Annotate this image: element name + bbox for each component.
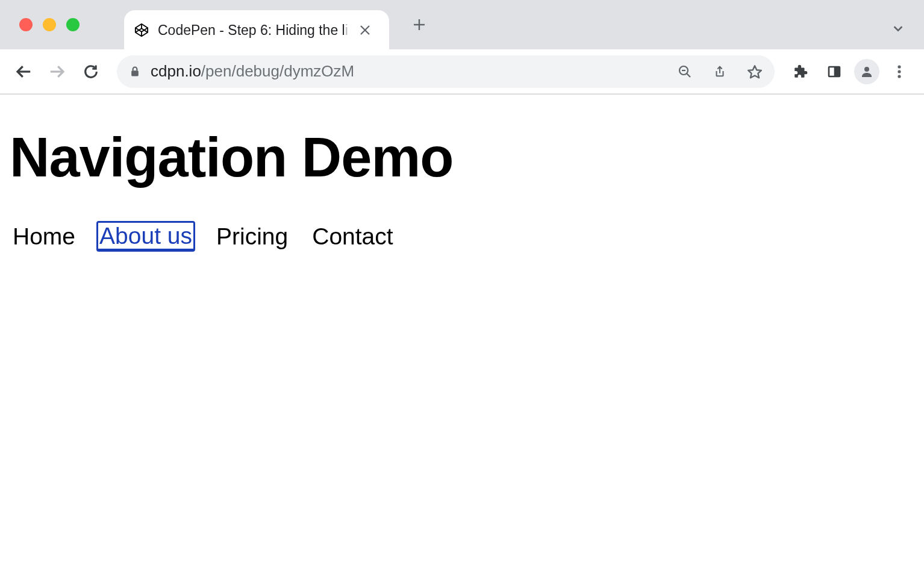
tab-title: CodePen - Step 6: Hiding the li (158, 22, 348, 39)
extensions-button[interactable] (787, 58, 814, 85)
tab-close-button[interactable] (357, 22, 373, 39)
back-button[interactable] (10, 58, 37, 85)
profile-avatar-button[interactable] (854, 59, 879, 84)
zoom-out-icon[interactable] (672, 59, 698, 84)
svg-marker-14 (748, 66, 761, 78)
lock-icon (129, 65, 141, 78)
svg-rect-17 (835, 67, 840, 76)
address-bar[interactable]: cdpn.io/pen/debug/dymzOzM (117, 55, 775, 88)
url-text: cdpn.io/pen/debug/dymzOzM (151, 62, 663, 81)
svg-rect-9 (131, 70, 139, 76)
reload-button[interactable] (77, 58, 105, 85)
svg-point-19 (897, 65, 901, 68)
demo-nav: Home About us Pricing Contact (10, 221, 914, 252)
svg-point-20 (897, 70, 901, 73)
kebab-menu-button[interactable] (885, 58, 913, 85)
svg-line-11 (687, 73, 690, 77)
page-heading: Navigation Demo (10, 129, 914, 185)
browser-toolbar: cdpn.io/pen/debug/dymzOzM (0, 49, 924, 94)
new-tab-button[interactable] (406, 11, 432, 38)
forward-button[interactable] (43, 58, 71, 85)
svg-point-18 (864, 67, 869, 72)
window-minimize-button[interactable] (43, 18, 56, 31)
side-panel-button[interactable] (820, 58, 848, 85)
window-close-button[interactable] (19, 18, 33, 31)
nav-link-pricing[interactable]: Pricing (213, 222, 291, 251)
window-zoom-button[interactable] (66, 18, 80, 31)
bookmark-star-icon[interactable] (742, 59, 767, 84)
tabs-dropdown-button[interactable] (889, 19, 907, 37)
codepen-icon (134, 22, 149, 38)
nav-link-contact[interactable]: Contact (309, 222, 396, 251)
nav-link-home[interactable]: Home (10, 222, 78, 251)
tab-strip: CodePen - Step 6: Hiding the li (0, 0, 924, 49)
browser-tab[interactable]: CodePen - Step 6: Hiding the li (124, 10, 389, 50)
window-controls (11, 0, 88, 49)
nav-link-about-us[interactable]: About us (96, 221, 195, 252)
share-icon[interactable] (707, 59, 732, 84)
page-content: Navigation Demo Home About us Pricing Co… (0, 95, 924, 261)
svg-point-21 (897, 75, 901, 78)
browser-chrome: CodePen - Step 6: Hiding the li (0, 0, 924, 95)
